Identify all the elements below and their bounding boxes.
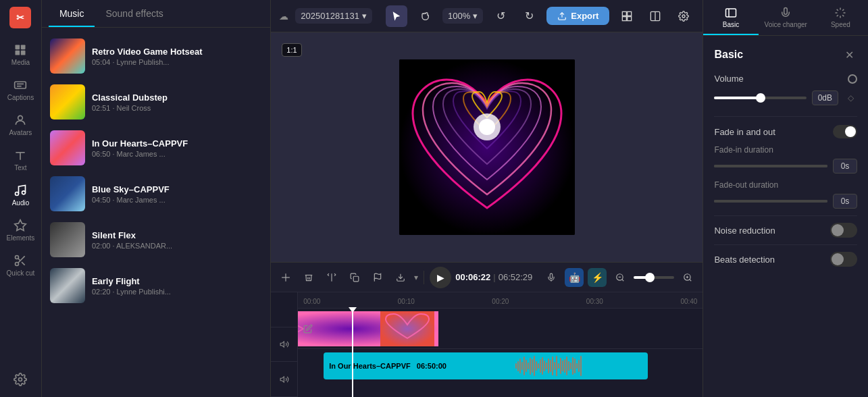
sidebar-item-captions[interactable]: Captions xyxy=(0,74,41,105)
export-button[interactable]: Export xyxy=(546,7,609,25)
music-tabs: Music Sound effects xyxy=(42,0,270,28)
trim-button[interactable] xyxy=(276,268,295,287)
zoom-control[interactable]: 100% ▾ xyxy=(442,8,483,24)
delete-button[interactable] xyxy=(299,268,318,287)
heart-animation xyxy=(399,59,575,235)
tab-speed[interactable]: Speed xyxy=(813,0,868,35)
timeline-area: ▾ ▶ 00:06:22 | 06:52:29 🤖 ⚡ xyxy=(271,262,703,397)
svg-rect-3 xyxy=(21,51,26,55)
list-item[interactable]: Early Flight 02:20 · Lynne Publishi... xyxy=(42,263,270,309)
svg-line-17 xyxy=(18,259,20,261)
fade-toggle[interactable] xyxy=(833,125,857,138)
fade-out-section: Fade-out duration 0s xyxy=(714,180,857,209)
beats-detection-row: Beats detection xyxy=(714,244,857,273)
beats-detection-toggle[interactable] xyxy=(830,252,857,267)
split-view-button[interactable] xyxy=(644,5,666,27)
tab-music[interactable]: Music xyxy=(49,0,95,27)
svg-point-18 xyxy=(19,378,22,381)
audio-track: In Our Hearts–CAPPVF 06:50:00 xyxy=(298,349,703,383)
volume-reset-circle[interactable] xyxy=(848,74,857,84)
tab-voice-changer[interactable]: Voice changer xyxy=(759,0,813,35)
volume-reset-button[interactable]: ◇ xyxy=(844,91,857,105)
svg-rect-20 xyxy=(623,11,627,16)
fade-in-slider[interactable] xyxy=(714,165,827,167)
video-track xyxy=(298,309,703,349)
sidebar-item-audio[interactable]: Audio xyxy=(0,180,41,211)
timeline-toolbar: ▾ ▶ 00:06:22 | 06:52:29 🤖 ⚡ xyxy=(271,263,703,292)
sidebar-item-settings[interactable] xyxy=(0,369,41,390)
pointer-tool-button[interactable] xyxy=(386,5,407,27)
redo-button[interactable]: ↻ xyxy=(518,5,540,27)
svg-rect-47 xyxy=(380,311,434,346)
playhead[interactable] xyxy=(352,309,353,397)
svg-rect-46 xyxy=(324,311,378,346)
music-list: Retro Video Game Hotseat 05:04 · Lynne P… xyxy=(42,28,270,397)
svg-rect-33 xyxy=(354,276,359,282)
ai-button[interactable]: 🤖 xyxy=(565,268,584,287)
chevron-down-icon: ▾ xyxy=(473,11,478,21)
fade-out-slider[interactable] xyxy=(714,200,827,203)
panel-close-button[interactable]: ✕ xyxy=(841,47,857,63)
svg-line-38 xyxy=(622,279,624,281)
sidebar: ✂ Media Captions Avatars Text Audio Elem… xyxy=(0,0,42,397)
video-frame xyxy=(399,59,575,235)
align-button[interactable]: ⚡ xyxy=(588,268,607,287)
video-track-control[interactable] xyxy=(271,327,297,363)
list-item[interactable]: Silent Flex 02:00 · ALEKSANDAR... xyxy=(42,217,270,263)
svg-rect-4 xyxy=(15,82,26,88)
sidebar-item-text[interactable]: Text xyxy=(0,144,41,176)
svg-rect-23 xyxy=(628,16,632,20)
hand-tool-button[interactable] xyxy=(414,5,436,27)
svg-marker-45 xyxy=(280,377,284,382)
sidebar-item-elements[interactable]: Elements xyxy=(0,215,41,246)
sidebar-item-quickcut[interactable]: Quick cut xyxy=(0,250,41,281)
tab-basic[interactable]: Basic xyxy=(703,0,758,35)
sidebar-item-avatars[interactable]: Avatars xyxy=(0,109,41,140)
settings-button[interactable] xyxy=(673,5,694,27)
timeline-zoom-slider[interactable] xyxy=(634,276,674,279)
sidebar-item-media[interactable]: Media xyxy=(0,39,41,70)
list-item[interactable]: Retro Video Game Hotseat 05:04 · Lynne P… xyxy=(42,33,270,79)
tab-sound-effects[interactable]: Sound effects xyxy=(95,0,174,27)
audio-clip[interactable]: In Our Hearts–CAPPVF 06:50:00 xyxy=(324,352,648,379)
chevron-down-icon: ▾ xyxy=(362,11,367,21)
mic-button[interactable] xyxy=(542,268,561,287)
undo-button[interactable]: ↺ xyxy=(490,5,511,27)
list-item[interactable]: In Our Hearts–CAPPVF 06:50 · Marc James … xyxy=(42,125,270,171)
svg-marker-44 xyxy=(280,342,284,347)
zoom-out-button[interactable] xyxy=(611,268,630,287)
fade-in-label: Fade-in duration xyxy=(714,145,857,155)
fade-out-label: Fade-out duration xyxy=(714,180,857,190)
svg-rect-0 xyxy=(16,45,20,50)
track-info: Classical Dubstep 02:51 · Neil Cross xyxy=(92,92,262,112)
main-area: ☁ 202501281131 ▾ 100% ▾ ↺ ↻ Export xyxy=(271,0,703,397)
video-clips xyxy=(324,311,434,346)
music-panel: Music Sound effects Retro Video Game Hot… xyxy=(42,0,271,397)
list-item[interactable]: Blue Sky–CAPPVF 04:50 · Marc James ... xyxy=(42,171,270,217)
video-clip[interactable] xyxy=(380,311,434,346)
panel-header: Basic ✕ xyxy=(714,47,857,63)
video-preview xyxy=(399,59,575,235)
noise-reduction-toggle[interactable] xyxy=(830,223,857,238)
split-button[interactable] xyxy=(322,268,341,287)
volume-slider[interactable] xyxy=(714,97,806,99)
filename-display[interactable]: 202501281131 ▾ xyxy=(295,8,372,24)
audio-track-control[interactable] xyxy=(271,362,297,397)
svg-point-29 xyxy=(479,119,495,135)
list-item[interactable]: Classical Dubstep 02:51 · Neil Cross xyxy=(42,79,270,125)
play-button[interactable]: ▶ xyxy=(430,267,451,288)
flag-button[interactable] xyxy=(368,268,387,287)
download-button[interactable] xyxy=(391,268,410,287)
copy-button[interactable] xyxy=(345,268,364,287)
ruler-spacer xyxy=(271,292,297,327)
timeline-tracks: 00:00 00:10 00:20 00:30 00:40 xyxy=(271,292,703,397)
video-edit-button[interactable] xyxy=(298,309,318,348)
cloud-icon: ☁ xyxy=(279,11,288,22)
layout-button[interactable] xyxy=(616,5,638,27)
timeline-controls-right: 🤖 ⚡ xyxy=(542,268,697,287)
zoom-in-button[interactable] xyxy=(678,268,697,287)
volume-label: Volume xyxy=(714,74,743,84)
video-clip[interactable] xyxy=(324,311,378,346)
noise-reduction-label: Noise reduction xyxy=(714,226,775,236)
aspect-ratio-badge[interactable]: 1:1 xyxy=(282,43,301,57)
